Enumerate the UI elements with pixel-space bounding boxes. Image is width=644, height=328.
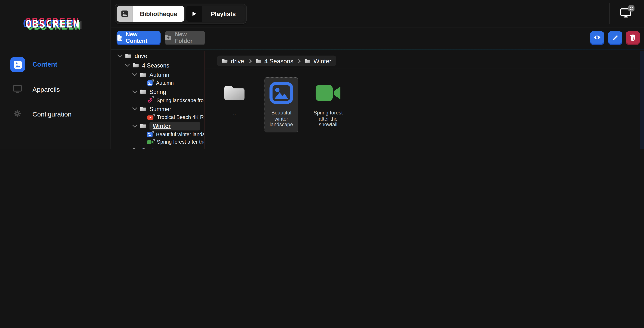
workspace: drive 4 Seasons Autumn Autumn <box>111 51 644 149</box>
image-icon <box>117 6 133 22</box>
breadcrumb-item-drive[interactable]: drive <box>222 57 244 64</box>
sidebar: OBSCREEN Content Appareils Configuration… <box>0 0 111 149</box>
tree-item-summer-folder[interactable]: Summer <box>111 104 204 114</box>
chevron-down-icon[interactable] <box>132 73 137 76</box>
tile-label: Spring forest after the snowfall <box>312 110 344 128</box>
tree-item-devices[interactable]: Devices <box>111 146 204 149</box>
tab-label: Bibliothèque <box>133 6 184 22</box>
tree-item-spring-folder[interactable]: Spring <box>111 87 204 96</box>
tree-item-label: Spring forest after the snowfall <box>157 139 204 145</box>
monitor-icon <box>13 85 22 95</box>
top-bar: Bibliothèque Playlists <box>111 0 644 28</box>
image-icon <box>147 80 153 86</box>
tile-label: .. <box>218 110 251 116</box>
screens-status-button[interactable] <box>620 8 634 21</box>
folder-icon <box>132 148 139 149</box>
tree-item-drive[interactable]: drive <box>111 51 204 61</box>
refresh-icon <box>628 6 634 12</box>
breadcrumb-row: drive 4 Seasons Winter <box>205 51 638 68</box>
folder-icon <box>125 53 132 59</box>
breadcrumb-item-4-seasons[interactable]: 4 Seasons <box>255 57 293 64</box>
tile-parent-folder[interactable]: .. <box>218 77 251 120</box>
tab-bibliotheque[interactable]: Bibliothèque <box>117 6 184 22</box>
folder-icon <box>222 58 228 63</box>
tree-item-label: Tropical Beach 4K Relaxation <box>157 114 204 120</box>
panel-splitter[interactable] <box>204 51 205 149</box>
toolbar-divider <box>111 49 644 50</box>
trash-icon <box>630 34 636 41</box>
sidebar-item-label: Content <box>32 61 57 68</box>
tree-item-4-seasons[interactable]: 4 Seasons <box>111 60 204 70</box>
tree-item-label: Spring landscape from slopes <box>156 97 204 103</box>
new-folder-button[interactable]: New Folder <box>165 31 205 44</box>
folder-icon <box>304 58 310 63</box>
chevron-down-icon[interactable] <box>132 90 137 93</box>
button-label: New Content <box>126 31 160 44</box>
breadcrumb-item-winter[interactable]: Winter <box>304 57 331 64</box>
tree-item-label: Devices <box>142 147 162 149</box>
video-icon <box>315 84 341 102</box>
edit-button[interactable] <box>608 31 622 44</box>
folder-icon <box>140 106 146 112</box>
main-region: Bibliothèque Playlists <box>111 0 644 149</box>
folder-tree: drive 4 Seasons Autumn Autumn <box>111 51 204 149</box>
toolbar: New Content New Folder <box>111 28 644 50</box>
breadcrumb: drive 4 Seasons Winter <box>217 56 336 66</box>
tree-item-label-selected: Winter <box>150 121 200 130</box>
folder-plus-icon <box>165 35 172 40</box>
preview-button[interactable] <box>590 31 604 44</box>
tree-item-label: Spring <box>150 88 166 95</box>
header-divider <box>610 3 610 24</box>
sidebar-item-label: Appareils <box>32 86 60 93</box>
chevron-right-icon <box>248 59 252 63</box>
file-plus-icon <box>117 34 122 41</box>
tile-spring-forest-snowfall[interactable]: Spring forest after the snowfall <box>311 77 345 132</box>
tree-item-spring-landscape[interactable]: Spring landscape from slopes <box>111 96 204 104</box>
chevron-down-icon[interactable] <box>125 64 130 67</box>
tree-item-autumn-folder[interactable]: Autumn <box>111 70 204 79</box>
obscreen-logo: OBSCREEN <box>26 18 80 30</box>
image-icon <box>269 82 293 104</box>
tree-item-label: 4 Seasons <box>142 62 169 68</box>
tree-item-beautiful-winter[interactable]: Beautiful winter landscape <box>111 131 204 138</box>
button-label: New Folder <box>175 31 205 44</box>
new-content-button[interactable]: New Content <box>117 31 160 44</box>
folder-icon <box>140 89 146 95</box>
breadcrumb-label: 4 Seasons <box>264 57 294 64</box>
gear-icon <box>14 110 21 119</box>
folder-icon <box>140 72 146 77</box>
sidebar-item-appareils[interactable]: Appareils <box>0 82 111 99</box>
chevron-right-icon <box>297 59 301 63</box>
youtube-icon <box>147 115 154 120</box>
chevron-down-icon[interactable] <box>132 107 137 110</box>
tab-playlists[interactable]: Playlists <box>186 6 245 22</box>
link-icon <box>147 97 153 103</box>
tile-beautiful-winter-landscape[interactable]: Beautiful winter landscape <box>264 77 298 132</box>
tree-item-label: Summer <box>150 105 171 112</box>
video-icon <box>147 140 154 144</box>
sidebar-item-label: Configuration <box>32 111 72 118</box>
image-icon <box>147 131 153 137</box>
tree-item-spring-forest[interactable]: Spring forest after the snowfall <box>111 138 204 146</box>
chevron-down-icon[interactable] <box>118 54 122 57</box>
eye-icon <box>594 35 601 40</box>
tree-item-autumn-image[interactable]: Autumn <box>111 79 204 87</box>
chevron-down-icon[interactable] <box>132 124 137 127</box>
breadcrumb-label: drive <box>231 57 244 64</box>
folder-icon <box>222 83 246 103</box>
file-grid: .. Beautiful winter landscape Spring for… <box>218 77 345 132</box>
play-icon <box>186 6 202 22</box>
tree-item-tropical-beach[interactable]: Tropical Beach 4K Relaxation <box>111 113 204 121</box>
folder-icon <box>140 123 146 129</box>
tab-group: Bibliothèque Playlists <box>114 4 247 24</box>
tree-item-winter-folder[interactable]: Winter <box>111 121 204 131</box>
scrollbar-track[interactable] <box>640 51 644 149</box>
folder-icon <box>132 62 139 68</box>
delete-button[interactable] <box>626 31 640 44</box>
sidebar-item-configuration[interactable]: Configuration <box>0 107 111 123</box>
tree-item-label: Beautiful winter landscape <box>156 131 204 137</box>
sidebar-item-content[interactable]: Content <box>0 57 111 74</box>
tree-item-label: Autumn <box>150 71 169 78</box>
breadcrumb-label: Winter <box>314 57 331 64</box>
app-window: OBSCREEN Content Appareils Configuration… <box>0 0 644 149</box>
